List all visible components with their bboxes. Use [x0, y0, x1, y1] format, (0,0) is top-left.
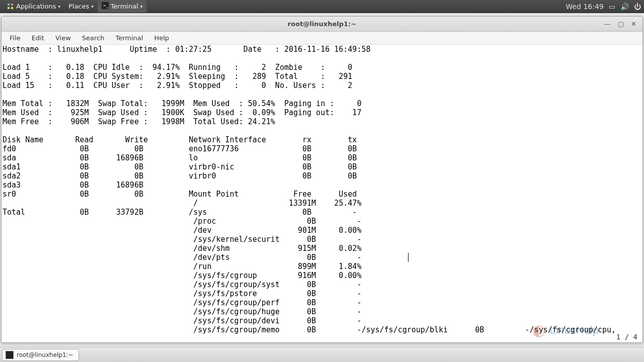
terminal-icon — [6, 351, 14, 359]
display-icon[interactable]: ▭ — [609, 3, 615, 11]
chevron-down-icon: ▾ — [140, 4, 143, 9]
menu-terminal[interactable]: Terminal — [110, 33, 148, 43]
active-app-label: Terminal — [111, 3, 138, 10]
minimize-button[interactable]: — — [604, 20, 611, 28]
chevron-down-icon: ▾ — [91, 4, 94, 9]
svg-rect-1 — [11, 4, 13, 6]
chevron-down-icon: ▾ — [58, 4, 60, 9]
applications-label: Applications — [16, 3, 56, 10]
window-title: root@linuxhelp1:~ — [288, 20, 356, 28]
task-terminal[interactable]: root@linuxhelp1:~ — [2, 349, 79, 361]
svg-rect-0 — [8, 4, 10, 6]
desktop-taskbar: root@linuxhelp1:~ — [0, 347, 644, 362]
places-menu[interactable]: Places ▾ — [64, 0, 98, 13]
menu-search[interactable]: Search — [77, 33, 110, 43]
svg-rect-3 — [11, 7, 13, 9]
window-titlebar[interactable]: root@linuxhelp1:~ — ▢ ✕ — [2, 17, 642, 32]
menu-help[interactable]: Help — [149, 33, 174, 43]
power-icon[interactable]: ⏻ — [634, 3, 641, 11]
svg-rect-2 — [8, 7, 10, 9]
menu-file[interactable]: File — [5, 33, 26, 43]
clock-label[interactable]: Wed 16:49 — [566, 3, 603, 11]
pager-status: 1 / 4 — [616, 332, 637, 341]
menu-edit[interactable]: Edit — [27, 33, 49, 43]
close-button[interactable]: ✕ — [631, 20, 636, 28]
terminal-window: root@linuxhelp1:~ — ▢ ✕ File Edit View S… — [1, 16, 643, 343]
svg-text:>_: >_ — [103, 3, 109, 8]
maximize-button[interactable]: ▢ — [618, 20, 624, 28]
text-cursor — [408, 253, 409, 262]
active-app-indicator[interactable]: >_ Terminal ▾ — [98, 0, 146, 13]
terminal-output[interactable]: Hostname : linuxhelp1 Uptime : 01:27:25 … — [2, 45, 642, 342]
task-label: root@linuxhelp1:~ — [17, 351, 73, 358]
panel-tray: Wed 16:49 ▭ 🔊 ⏻ — [566, 3, 641, 11]
window-controls: — ▢ ✕ — [604, 20, 642, 28]
apps-icon — [7, 3, 14, 10]
volume-icon[interactable]: 🔊 — [620, 3, 629, 11]
places-label: Places — [68, 3, 89, 10]
applications-menu[interactable]: Applications ▾ — [3, 0, 64, 13]
menu-view[interactable]: View — [50, 33, 76, 43]
desktop-top-panel: Applications ▾ Places ▾ >_ Terminal ▾ We… — [0, 0, 644, 13]
terminal-menubar: File Edit View Search Terminal Help — [2, 32, 642, 45]
terminal-icon: >_ — [102, 2, 109, 11]
